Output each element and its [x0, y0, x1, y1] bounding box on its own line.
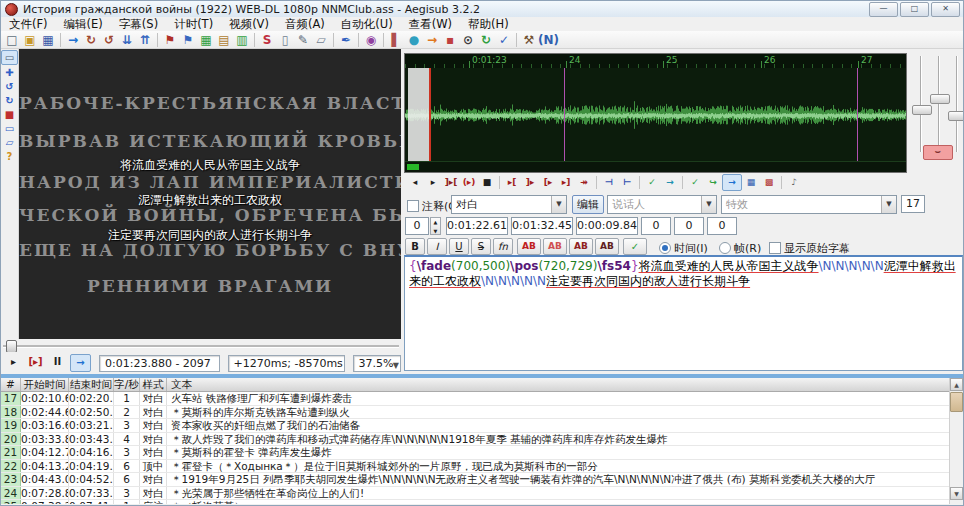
- menu-file[interactable]: 文件(F): [1, 17, 56, 32]
- menu-help[interactable]: 帮助(H): [460, 17, 517, 32]
- jump-to-icon[interactable]: →: [64, 32, 82, 48]
- video-display[interactable]: РАБОЧЕ-КРЕСТЬЯНСКАЯ ВЛАСТЬ,ВЫРВАВ ИСТЕКА…: [19, 49, 401, 339]
- underline-icon[interactable]: U: [449, 238, 469, 255]
- volume-slider-handle[interactable]: [948, 111, 964, 121]
- new-file-icon[interactable]: □: [3, 32, 21, 48]
- end-time-field[interactable]: 0:01:32.45: [511, 217, 573, 235]
- effect-dropdown[interactable]: 特效▼: [721, 195, 897, 214]
- copy-icon[interactable]: ▱: [312, 32, 330, 48]
- shift-to-frame-icon[interactable]: ⊙: [459, 32, 477, 48]
- video-details-icon[interactable]: ▤: [215, 32, 233, 48]
- strikeout-icon[interactable]: S: [471, 238, 491, 255]
- actor-dropdown[interactable]: 说话人▼: [607, 195, 717, 214]
- layer-field[interactable]: 0: [405, 217, 429, 235]
- subtitle-row[interactable]: 220:04:13.270:04:19.276顶中＊霍登卡（＊Ходынка＊）…: [1, 460, 963, 474]
- chevron-down-icon[interactable]: ▼: [881, 196, 896, 213]
- pause-icon[interactable]: II: [48, 354, 67, 370]
- menu-subtitle[interactable]: 字幕(S): [111, 17, 166, 32]
- subtitle-row[interactable]: 190:03:16.650:03:21.683对白资本家收买的奸细点燃了我们的石…: [1, 419, 963, 433]
- audio-scrollbar[interactable]: [405, 161, 906, 172]
- video-zoom-dropdown[interactable]: 37.5%▼: [353, 355, 401, 372]
- chevron-down-icon[interactable]: ▼: [551, 196, 566, 213]
- properties-icon[interactable]: ▯: [276, 32, 294, 48]
- secondary-color-icon[interactable]: AB: [543, 238, 567, 255]
- duration-field[interactable]: 0:00:09.84: [576, 217, 638, 235]
- resolution-resampler-icon[interactable]: ▌: [387, 32, 405, 48]
- margin-vertical-field[interactable]: 0: [707, 217, 737, 235]
- play-line-icon[interactable]: (▸): [460, 175, 478, 190]
- save-file-icon[interactable]: ▦: [39, 32, 57, 48]
- sort-lines-icon[interactable]: ↺: [100, 32, 118, 48]
- subtitle-row[interactable]: 180:02:44.650:02:50.202对白＊莫斯科的库尔斯克铁路车站遭到…: [1, 406, 963, 420]
- vertical-zoom-slider-handle[interactable]: [930, 94, 950, 104]
- selection-start-marker[interactable]: [429, 68, 431, 163]
- auto-scroll-icon[interactable]: →: [722, 174, 742, 191]
- horizontal-zoom-slider-handle[interactable]: [912, 105, 932, 115]
- start-time-field[interactable]: 0:01:22.61: [446, 217, 508, 235]
- karaoke-icon[interactable]: ♪: [785, 175, 803, 190]
- open-audio-icon[interactable]: ●: [405, 32, 423, 48]
- attachments-icon[interactable]: ▥: [233, 32, 251, 48]
- play-500ms-before-icon[interactable]: ▸[: [503, 175, 521, 190]
- options-icon[interactable]: ◉: [362, 32, 380, 48]
- shift-times-icon[interactable]: ↻: [82, 32, 100, 48]
- subtitle-row[interactable]: 240:07:28.810:07:33.163对白＊光荣属于那些牺牲在革命岗位上…: [1, 487, 963, 501]
- show-original-checkbox[interactable]: 显示原始字幕: [769, 241, 850, 256]
- frame-radio[interactable]: 帧(R): [719, 241, 761, 256]
- shift-start-to-current-icon[interactable]: ⊣: [600, 175, 618, 190]
- standard-tool-icon[interactable]: ▭: [1, 50, 18, 65]
- margin-right-field[interactable]: 0: [674, 217, 704, 235]
- snap-end-icon[interactable]: ▪: [441, 32, 459, 48]
- subtitle-row[interactable]: 210:04:12.770:04:16.643对白＊莫斯科的霍登卡 弹药库发生爆…: [1, 446, 963, 460]
- validate-icon[interactable]: ✓: [495, 32, 513, 48]
- font-name-icon[interactable]: fn: [493, 238, 513, 255]
- maximize-button[interactable]: □: [900, 2, 929, 17]
- subtitle-row[interactable]: 170:02:10.610:02:20.811对白火车站 铁路修理厂和列车遭到爆…: [1, 392, 963, 406]
- commit-icon[interactable]: ✓: [643, 175, 661, 190]
- styles-manager-icon[interactable]: ▦: [197, 32, 215, 48]
- link-zoom-volume-button[interactable]: ⌣: [923, 145, 953, 160]
- subtitle-row[interactable]: 250:07:38.260:07:41.661底注＊（托洛茨基）: [1, 500, 963, 506]
- layer-spinner[interactable]: ▲▼: [430, 217, 441, 235]
- menu-edit[interactable]: 编辑(E): [56, 17, 111, 32]
- play-500ms-after-icon[interactable]: ]▸: [521, 175, 539, 190]
- play-before-icon[interactable]: ◂: [406, 175, 424, 190]
- menu-video[interactable]: 视频(V): [221, 17, 277, 32]
- auto-next-icon[interactable]: ↪: [704, 175, 722, 190]
- auto-seek-icon[interactable]: →: [70, 354, 91, 372]
- clip-rect-tool-icon[interactable]: ▭: [2, 122, 17, 135]
- bold-icon[interactable]: B: [405, 238, 425, 255]
- move-down-icon[interactable]: ⇊: [118, 32, 136, 48]
- subtitle-text-editor[interactable]: {\fade(700,500)\pos(720,729)\fs54}将流血受难的…: [404, 255, 963, 371]
- waveform-area[interactable]: [405, 68, 906, 163]
- grid-scroll-thumb[interactable]: [950, 392, 963, 412]
- minimize-button[interactable]: —: [869, 2, 898, 17]
- time-radio[interactable]: 时间(I): [659, 241, 708, 256]
- italic-icon[interactable]: I: [427, 238, 447, 255]
- clip-vector-tool-icon[interactable]: ▱: [2, 136, 17, 149]
- spellcheck-icon[interactable]: ✒: [337, 32, 355, 48]
- drag-tool-icon[interactable]: ✚: [2, 66, 17, 79]
- sync-audio-icon[interactable]: ⚑: [179, 32, 197, 48]
- help-icon[interactable]: ?: [2, 150, 17, 163]
- play-selection-icon[interactable]: ]▸[: [442, 175, 460, 190]
- play-icon[interactable]: ▸: [4, 354, 23, 370]
- auto-commit-icon[interactable]: ✓: [686, 175, 704, 190]
- color-scheme-icon[interactable]: ▩: [760, 175, 778, 190]
- edit-style-button[interactable]: 编辑: [572, 195, 604, 214]
- play-first-500ms-icon[interactable]: [▸: [539, 175, 557, 190]
- chevron-down-icon[interactable]: ▼: [701, 196, 716, 213]
- move-up-icon[interactable]: ⇈: [136, 32, 154, 48]
- primary-color-icon[interactable]: AB: [517, 238, 541, 255]
- margin-left-field[interactable]: 0: [641, 217, 671, 235]
- close-button[interactable]: ✕: [931, 2, 960, 17]
- spectrum-mode-icon[interactable]: ▦: [742, 175, 760, 190]
- play-after-icon[interactable]: ▸: [424, 175, 442, 190]
- cycle-tag-hiding-icon[interactable]: (N): [538, 32, 556, 48]
- play-line-icon[interactable]: [▸]: [26, 354, 45, 370]
- scroll-down-icon[interactable]: ▼: [950, 487, 963, 500]
- subtitle-row[interactable]: 200:03:33.850:03:43.884对白＊敌人炸毁了我们的弹药库和移动…: [1, 433, 963, 447]
- grid-scrollbar[interactable]: ▲ ▼: [949, 378, 963, 506]
- play-to-end-icon[interactable]: ↠: [575, 175, 593, 190]
- shift-end-to-current-icon[interactable]: ⊢: [618, 175, 636, 190]
